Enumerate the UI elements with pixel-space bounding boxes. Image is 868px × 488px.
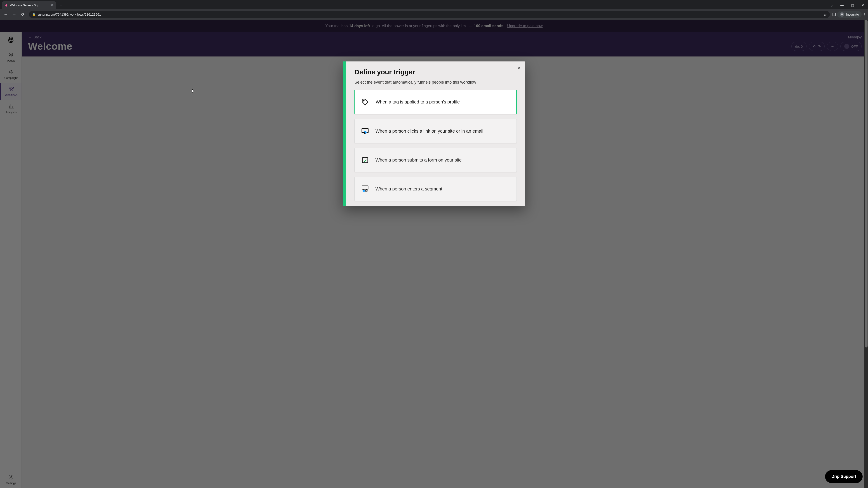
tag-icon	[361, 97, 370, 106]
segment-icon	[361, 184, 370, 193]
svg-point-12	[363, 100, 364, 101]
trigger-option-form-submit[interactable]: When a person submits a form on your sit…	[354, 148, 517, 172]
drip-favicon	[4, 3, 8, 7]
tab-search-icon[interactable]: ⌄	[827, 1, 837, 9]
svg-point-16	[363, 190, 365, 192]
new-tab-button[interactable]: +	[58, 2, 64, 8]
trigger-option-tag-applied[interactable]: When a tag is applied to a person's prof…	[354, 90, 517, 114]
svg-point-2	[842, 14, 843, 15]
address-bar: ← → ⟳ 🔒 getdrip.com/7641396/workflows/51…	[0, 9, 868, 20]
incognito-label: Incognito	[846, 13, 859, 16]
tab-title: Welcome Series · Drip	[10, 4, 39, 7]
modal-accent-bar	[343, 61, 346, 206]
incognito-icon	[840, 12, 844, 17]
maximize-icon[interactable]: ▢	[847, 1, 858, 9]
modal-close-button[interactable]: ✕	[517, 66, 521, 71]
bookmark-star-icon[interactable]: ☆	[824, 12, 827, 17]
close-window-icon[interactable]: ✕	[858, 1, 868, 9]
nav-forward-icon[interactable]: →	[10, 11, 18, 18]
click-icon	[361, 127, 370, 135]
tab-close-icon[interactable]: ✕	[51, 3, 53, 7]
browser-menu-icon[interactable]: ⋮	[863, 12, 866, 17]
trigger-modal: ✕ Define your trigger Select the event t…	[343, 61, 525, 206]
vertical-scrollbar[interactable]	[864, 20, 868, 488]
url-text: getdrip.com/7641396/workflows/516121561	[38, 13, 101, 16]
trigger-option-segment-enter[interactable]: When a person enters a segment	[354, 177, 517, 201]
scroll-hint-icon: ‹	[23, 484, 24, 487]
omnibox[interactable]: 🔒 getdrip.com/7641396/workflows/51612156…	[29, 11, 830, 18]
incognito-badge[interactable]: Incognito	[837, 11, 862, 18]
extensions-icon[interactable]	[832, 12, 836, 17]
form-icon	[361, 156, 370, 164]
window-controls: ⌄ ― ▢ ✕	[827, 1, 868, 9]
nav-back-icon[interactable]: ←	[2, 11, 9, 18]
option-label: When a person clicks a link on your site…	[375, 129, 483, 134]
lock-icon: 🔒	[32, 13, 36, 16]
support-button[interactable]: Drip Support	[825, 470, 863, 483]
tab-strip: Welcome Series · Drip ✕ + ⌄ ― ▢ ✕	[0, 0, 868, 9]
svg-rect-0	[833, 13, 835, 16]
svg-point-1	[841, 14, 842, 15]
browser-tab[interactable]: Welcome Series · Drip ✕	[2, 1, 56, 9]
option-label: When a tag is applied to a person's prof…	[376, 99, 460, 105]
app-viewport: Your trial has 14 days left to go. All t…	[0, 20, 868, 488]
modal-title: Define your trigger	[354, 68, 517, 76]
support-label: Drip Support	[831, 474, 856, 479]
scrollbar-thumb[interactable]	[865, 20, 868, 348]
svg-rect-14	[362, 158, 368, 163]
trigger-option-link-click[interactable]: When a person clicks a link on your site…	[354, 119, 517, 143]
reload-icon[interactable]: ⟳	[19, 11, 27, 18]
option-label: When a person submits a form on your sit…	[375, 158, 462, 163]
option-label: When a person enters a segment	[375, 186, 442, 192]
browser-chrome: Welcome Series · Drip ✕ + ⌄ ― ▢ ✕ ← → ⟳ …	[0, 0, 868, 20]
modal-subtitle: Select the event that automatically funn…	[354, 80, 517, 85]
svg-point-17	[366, 190, 367, 192]
svg-rect-15	[362, 186, 368, 189]
minimize-icon[interactable]: ―	[837, 1, 847, 9]
